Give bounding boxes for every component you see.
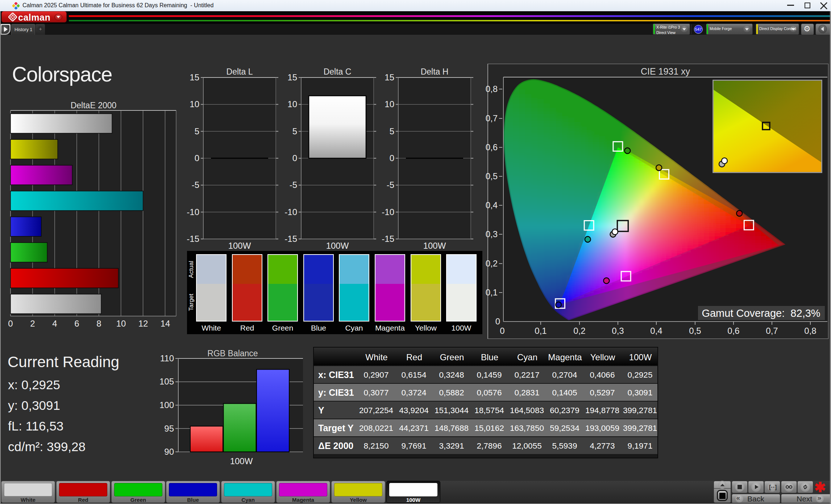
svg-text:2: 2 xyxy=(30,319,35,328)
svg-text:-5: -5 xyxy=(387,180,394,190)
svg-text:-10: -10 xyxy=(284,207,297,217)
svg-text:0,7: 0,7 xyxy=(486,113,498,123)
svg-text:Gamut Coverage: 82,3%: Gamut Coverage: 82,3% xyxy=(702,307,820,319)
svg-text:90: 90 xyxy=(164,447,174,457)
svg-text:15: 15 xyxy=(385,72,394,82)
svg-text:8: 8 xyxy=(96,319,101,328)
svg-text:5: 5 xyxy=(195,126,199,136)
svg-text:-10: -10 xyxy=(382,207,394,217)
svg-text:100: 100 xyxy=(159,400,174,410)
svg-text:Delta L: Delta L xyxy=(227,67,253,76)
svg-text:-5: -5 xyxy=(192,180,199,190)
svg-text:0,1: 0,1 xyxy=(535,326,547,336)
svg-text:0,8: 0,8 xyxy=(804,326,816,336)
svg-text:0,4: 0,4 xyxy=(486,200,498,210)
svg-text:0,7: 0,7 xyxy=(766,326,778,336)
svg-text:0,2: 0,2 xyxy=(486,259,498,268)
svg-text:Delta H: Delta H xyxy=(421,67,449,76)
svg-text:0: 0 xyxy=(195,153,199,163)
svg-text:-5: -5 xyxy=(290,180,297,190)
svg-text:0,5: 0,5 xyxy=(486,171,498,181)
svg-text:6: 6 xyxy=(74,319,79,328)
svg-text:10: 10 xyxy=(385,99,394,109)
svg-text:0,6: 0,6 xyxy=(727,326,739,336)
svg-text:0,4: 0,4 xyxy=(650,326,662,336)
svg-text:0,2: 0,2 xyxy=(573,326,585,336)
svg-text:15: 15 xyxy=(287,72,297,82)
svg-text:-15: -15 xyxy=(284,234,297,244)
svg-text:15: 15 xyxy=(190,72,199,82)
svg-text:5: 5 xyxy=(390,126,394,136)
svg-text:Delta C: Delta C xyxy=(324,67,352,76)
svg-text:0: 0 xyxy=(390,153,394,163)
svg-text:-15: -15 xyxy=(187,234,199,244)
svg-text:100W: 100W xyxy=(230,456,253,466)
svg-text:14: 14 xyxy=(161,319,170,328)
svg-text:0,6: 0,6 xyxy=(486,142,498,152)
svg-text:95: 95 xyxy=(164,424,174,433)
svg-text:0: 0 xyxy=(495,316,500,326)
svg-text:5: 5 xyxy=(292,126,297,136)
svg-text:0,3: 0,3 xyxy=(612,326,624,336)
svg-text:0: 0 xyxy=(292,153,297,163)
svg-text:0: 0 xyxy=(500,326,504,336)
svg-text:100W: 100W xyxy=(228,241,251,251)
svg-text:0,3: 0,3 xyxy=(486,229,498,239)
svg-text:110: 110 xyxy=(160,353,174,363)
svg-text:RGB Balance: RGB Balance xyxy=(207,349,258,358)
svg-text:0,5: 0,5 xyxy=(689,326,701,336)
svg-text:100W: 100W xyxy=(326,241,349,251)
svg-text:4: 4 xyxy=(52,319,57,328)
svg-text:10: 10 xyxy=(287,99,297,109)
svg-text:10: 10 xyxy=(116,319,126,328)
svg-text:DeltaE 2000: DeltaE 2000 xyxy=(71,101,117,110)
svg-text:0: 0 xyxy=(8,319,13,328)
svg-text:12: 12 xyxy=(138,319,148,328)
svg-text:0,8: 0,8 xyxy=(486,84,498,94)
svg-text:-15: -15 xyxy=(382,234,394,244)
svg-text:0,1: 0,1 xyxy=(486,287,498,297)
svg-text:10: 10 xyxy=(190,99,199,109)
svg-text:100W: 100W xyxy=(423,241,446,251)
svg-text:105: 105 xyxy=(159,377,174,386)
svg-text:-10: -10 xyxy=(187,207,199,217)
svg-text:CIE 1931 xy: CIE 1931 xy xyxy=(641,66,690,76)
